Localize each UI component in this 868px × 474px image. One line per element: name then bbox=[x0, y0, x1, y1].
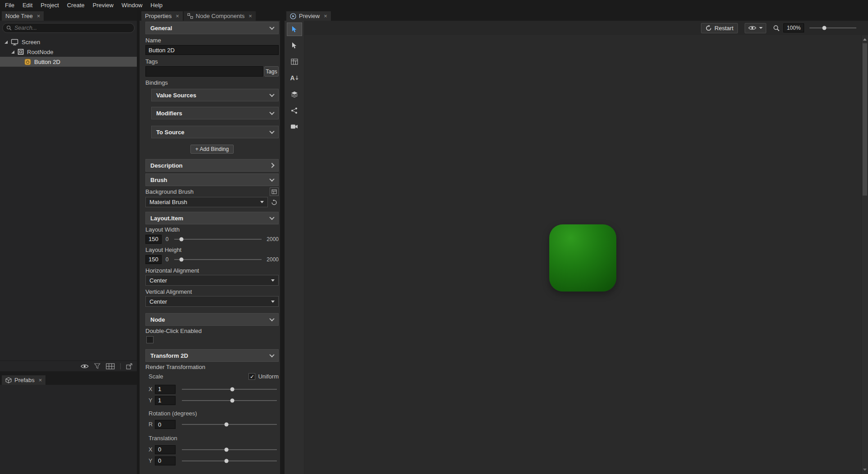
slider-track[interactable] bbox=[182, 389, 277, 390]
vertical-alignment-dropdown[interactable]: Center bbox=[145, 296, 279, 307]
slider-track[interactable] bbox=[809, 27, 856, 28]
menu-project[interactable]: Project bbox=[36, 0, 63, 10]
translation-x-input[interactable] bbox=[155, 445, 176, 454]
slider-thumb[interactable] bbox=[230, 398, 234, 402]
section-value-sources[interactable]: Value Sources bbox=[151, 89, 279, 101]
translation-y-input[interactable] bbox=[155, 456, 176, 465]
grid-icon[interactable] bbox=[106, 363, 115, 369]
tab-prefabs[interactable]: Prefabs × bbox=[2, 375, 45, 385]
table-tool-button[interactable] bbox=[287, 55, 302, 68]
menu-preview[interactable]: Preview bbox=[89, 0, 118, 10]
text-tool-button[interactable]: A bbox=[287, 72, 302, 84]
visibility-options-button[interactable] bbox=[745, 23, 766, 33]
preview-canvas[interactable] bbox=[304, 35, 861, 474]
layout-height-input[interactable] bbox=[145, 255, 162, 264]
search-input[interactable] bbox=[14, 25, 131, 31]
section-general[interactable]: General bbox=[145, 22, 279, 34]
tree-item-rootnode[interactable]: RootNode bbox=[0, 47, 137, 57]
expander-icon[interactable] bbox=[5, 41, 8, 44]
zoom-level-box[interactable]: 100% bbox=[783, 23, 804, 32]
select-pointer-tool-button[interactable] bbox=[287, 39, 302, 52]
layout-width-slider[interactable] bbox=[174, 234, 262, 244]
tab-properties-label: Properties bbox=[145, 13, 172, 19]
interact-cursor-tool-button[interactable] bbox=[287, 23, 302, 36]
tab-node-tree[interactable]: Node Tree × bbox=[2, 11, 44, 21]
slider-thumb[interactable] bbox=[230, 387, 234, 391]
name-input[interactable] bbox=[145, 45, 279, 55]
slider-thumb[interactable] bbox=[823, 26, 827, 30]
slider-track[interactable] bbox=[182, 449, 277, 450]
tab-node-components[interactable]: Node Components × bbox=[184, 11, 256, 21]
section-to-source[interactable]: To Source bbox=[151, 126, 279, 138]
slider-thumb[interactable] bbox=[225, 459, 229, 463]
scale-x-slider[interactable] bbox=[182, 384, 277, 394]
slider-thumb[interactable] bbox=[179, 257, 183, 261]
filter-funnel-icon[interactable] bbox=[94, 363, 100, 369]
brush-editor-button[interactable] bbox=[270, 187, 279, 196]
menu-create[interactable]: Create bbox=[63, 0, 89, 10]
slider-thumb[interactable] bbox=[179, 237, 183, 241]
tags-button[interactable]: Tags bbox=[264, 66, 279, 77]
tags-input[interactable] bbox=[145, 66, 263, 77]
close-icon[interactable]: × bbox=[324, 13, 327, 19]
section-node[interactable]: Node bbox=[145, 313, 279, 326]
menu-help[interactable]: Help bbox=[146, 0, 167, 10]
scale-y-slider[interactable] bbox=[182, 396, 277, 405]
close-icon[interactable]: × bbox=[39, 377, 42, 383]
tree-item-screen[interactable]: Screen bbox=[0, 37, 137, 47]
slider-track[interactable] bbox=[174, 239, 262, 240]
add-binding-button[interactable]: + Add Binding bbox=[190, 145, 234, 154]
preview-button-2d[interactable] bbox=[549, 224, 616, 292]
scale-x-input[interactable] bbox=[155, 385, 176, 394]
close-icon[interactable]: × bbox=[37, 13, 41, 19]
visibility-eye-icon[interactable] bbox=[81, 364, 89, 369]
close-icon[interactable]: × bbox=[176, 13, 179, 19]
reset-brush-icon[interactable] bbox=[270, 199, 279, 205]
slider-thumb[interactable] bbox=[225, 447, 229, 451]
translation-y-slider[interactable] bbox=[182, 456, 277, 465]
menu-edit[interactable]: Edit bbox=[18, 0, 36, 10]
menu-window[interactable]: Window bbox=[118, 0, 146, 10]
zoom-magnifier-icon[interactable] bbox=[773, 25, 780, 32]
section-brush[interactable]: Brush bbox=[145, 173, 279, 186]
node-connections-tool-button[interactable] bbox=[287, 104, 302, 117]
search-box[interactable] bbox=[2, 23, 135, 33]
slider-track[interactable] bbox=[182, 400, 277, 401]
slider-track[interactable] bbox=[182, 460, 277, 461]
section-description[interactable]: Description bbox=[145, 159, 279, 172]
tab-preview[interactable]: Preview × bbox=[286, 11, 331, 21]
scrollbar-up-arrow[interactable] bbox=[863, 38, 867, 41]
restart-button[interactable]: Restart bbox=[701, 23, 738, 33]
slider-thumb[interactable] bbox=[225, 423, 229, 427]
tab-properties[interactable]: Properties × bbox=[141, 11, 183, 21]
layout-width-label: Layout Width bbox=[145, 227, 279, 232]
scrollbar-down-arrow[interactable] bbox=[863, 469, 867, 471]
double-click-checkbox[interactable] bbox=[146, 336, 154, 343]
brush-dropdown[interactable]: Material Brush bbox=[145, 197, 268, 207]
horizontal-alignment-dropdown[interactable]: Center bbox=[145, 275, 279, 286]
layout-width-input[interactable] bbox=[145, 235, 162, 244]
menubar: File Edit Project Create Preview Window … bbox=[0, 0, 868, 10]
rotation-slider[interactable] bbox=[182, 419, 277, 429]
section-modifiers[interactable]: Modifiers bbox=[151, 107, 279, 119]
translation-x-slider[interactable] bbox=[182, 445, 277, 454]
preview-vertical-scrollbar[interactable] bbox=[861, 35, 868, 474]
detach-window-icon[interactable] bbox=[126, 363, 132, 369]
layers-tool-button[interactable] bbox=[287, 88, 302, 100]
layout-height-slider[interactable] bbox=[174, 255, 262, 264]
scale-y-input[interactable] bbox=[155, 396, 176, 405]
camera-tool-button[interactable] bbox=[287, 120, 302, 133]
close-icon[interactable]: × bbox=[249, 13, 252, 19]
tree-item-button2d[interactable]: Button 2D bbox=[0, 57, 137, 67]
uniform-checkbox[interactable]: ✓ bbox=[249, 373, 255, 380]
render-transformation-label: Render Transformation bbox=[145, 364, 279, 370]
zoom-slider[interactable] bbox=[809, 23, 856, 32]
scrollbar-thumb[interactable] bbox=[863, 43, 867, 196]
section-layout-item[interactable]: Layout.Item bbox=[145, 212, 279, 224]
section-transform-2d[interactable]: Transform 2D bbox=[145, 349, 279, 362]
slider-track[interactable] bbox=[182, 424, 277, 425]
menu-file[interactable]: File bbox=[1, 0, 18, 10]
slider-track[interactable] bbox=[174, 259, 262, 260]
rotation-input[interactable] bbox=[155, 420, 176, 429]
expander-icon[interactable] bbox=[11, 50, 14, 54]
